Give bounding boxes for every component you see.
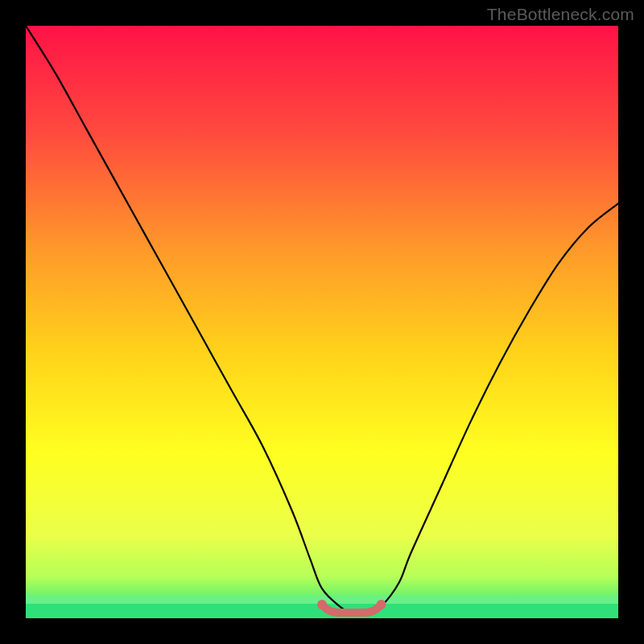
chart-frame: TheBottleneck.com (0, 0, 644, 644)
curve-path (26, 26, 618, 613)
flat-region-marker (322, 605, 382, 613)
flat-region-dot-left (317, 600, 327, 609)
bottleneck-curve (26, 26, 618, 618)
flat-region-dot-right (377, 600, 386, 609)
watermark-label: TheBottleneck.com (487, 5, 634, 24)
plot-area (26, 26, 618, 618)
